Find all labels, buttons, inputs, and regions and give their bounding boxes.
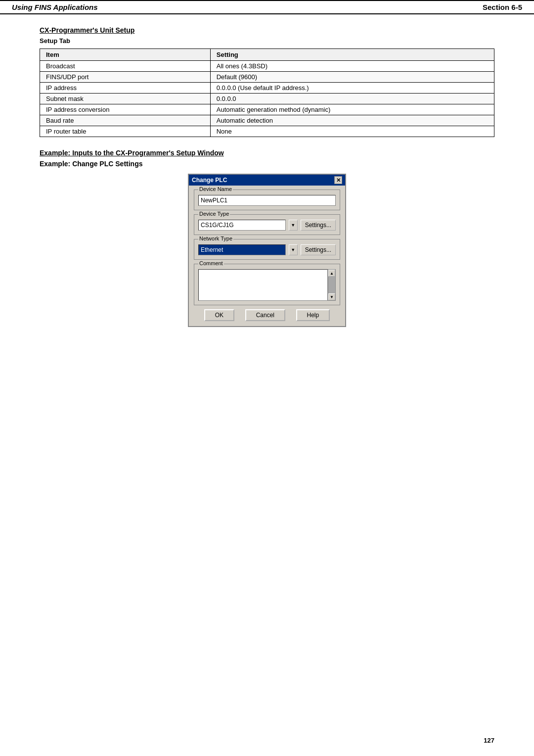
- table-row: BroadcastAll ones (4.3BSD): [40, 61, 494, 72]
- network-type-group: Network Type Ethernet ▼ Settings...: [194, 239, 340, 260]
- device-name-group: Device Name: [194, 189, 340, 210]
- scrollbar-track: [328, 277, 335, 293]
- table-cell-5-1: Automatic detection: [210, 115, 494, 126]
- ok-button[interactable]: OK: [204, 309, 234, 321]
- scrollbar-down-button[interactable]: ▼: [328, 293, 335, 300]
- dialog-body: Device Name Device Type ▼ Settings... Ne…: [189, 186, 345, 326]
- network-type-settings-button[interactable]: Settings...: [301, 244, 336, 255]
- table-cell-1-0: FINS/UDP port: [40, 72, 211, 83]
- table-cell-4-0: IP address conversion: [40, 104, 211, 115]
- col-header-0: Item: [40, 49, 211, 61]
- device-type-group: Device Type ▼ Settings...: [194, 214, 340, 235]
- dialog-wrapper: Change PLC ✕ Device Name Device Type ▼ S…: [40, 174, 494, 327]
- header-right: Section 6-5: [483, 3, 522, 11]
- table-cell-6-0: IP router table: [40, 126, 211, 137]
- device-name-input[interactable]: [198, 195, 336, 206]
- table-cell-3-1: 0.0.0.0: [210, 94, 494, 104]
- network-type-dropdown-icon[interactable]: ▼: [289, 244, 298, 255]
- network-type-row: Ethernet ▼ Settings...: [198, 244, 336, 255]
- dialog-title: Change PLC: [192, 177, 227, 184]
- comment-textarea-wrapper: ▲ ▼: [198, 269, 336, 301]
- comment-label: Comment: [198, 260, 224, 266]
- page-header: Using FINS Applications Section 6-5: [0, 0, 534, 14]
- table-cell-5-0: Baud rate: [40, 115, 211, 126]
- change-plc-dialog: Change PLC ✕ Device Name Device Type ▼ S…: [188, 174, 346, 327]
- table-cell-0-0: Broadcast: [40, 61, 211, 72]
- table-cell-2-1: 0.0.0.0 (Use default IP address.): [210, 83, 494, 94]
- main-content: CX-Programmer's Unit Setup Setup Tab Ite…: [0, 14, 534, 347]
- table-row: FINS/UDP portDefault (9600): [40, 72, 494, 83]
- table-row: IP address conversionAutomatic generatio…: [40, 104, 494, 115]
- table-cell-1-1: Default (9600): [210, 72, 494, 83]
- example-subheading: Example: Change PLC Settings: [40, 160, 494, 168]
- cancel-button[interactable]: Cancel: [245, 309, 285, 321]
- col-header-1: Setting: [210, 49, 494, 61]
- device-type-row: ▼ Settings...: [198, 220, 336, 231]
- table-row: IP address0.0.0.0 (Use default IP addres…: [40, 83, 494, 94]
- table-row: Baud rateAutomatic detection: [40, 115, 494, 126]
- comment-scrollbar: ▲ ▼: [328, 269, 336, 301]
- comment-group: Comment ▲ ▼: [194, 264, 340, 305]
- network-type-label: Network Type: [198, 236, 233, 241]
- example-heading: Example: Inputs to the CX-Programmer's S…: [40, 149, 494, 157]
- device-type-settings-button[interactable]: Settings...: [301, 220, 336, 231]
- help-button[interactable]: Help: [296, 309, 330, 321]
- device-type-input[interactable]: [198, 220, 286, 231]
- header-left: Using FINS Applications: [12, 3, 98, 11]
- table-row: IP router tableNone: [40, 126, 494, 137]
- scrollbar-up-button[interactable]: ▲: [328, 270, 335, 277]
- device-name-label: Device Name: [198, 186, 233, 192]
- section-title: CX-Programmer's Unit Setup: [40, 26, 494, 34]
- dialog-titlebar: Change PLC ✕: [189, 175, 345, 186]
- table-row: Subnet mask0.0.0.0: [40, 94, 494, 104]
- setup-table: ItemSetting BroadcastAll ones (4.3BSD)FI…: [40, 48, 494, 137]
- device-type-dropdown-icon[interactable]: ▼: [289, 220, 298, 231]
- table-cell-3-0: Subnet mask: [40, 94, 211, 104]
- comment-textarea[interactable]: [198, 269, 328, 301]
- table-cell-2-0: IP address: [40, 83, 211, 94]
- network-type-select[interactable]: Ethernet: [198, 244, 286, 255]
- subsection-title: Setup Tab: [40, 37, 494, 45]
- table-cell-6-1: None: [210, 126, 494, 137]
- table-cell-0-1: All ones (4.3BSD): [210, 61, 494, 72]
- dialog-close-button[interactable]: ✕: [334, 176, 342, 184]
- page-number: 127: [484, 737, 494, 744]
- device-type-label: Device Type: [198, 211, 230, 217]
- network-type-value: Ethernet: [201, 246, 223, 253]
- table-cell-4-1: Automatic generation method (dynamic): [210, 104, 494, 115]
- dialog-buttons: OK Cancel Help: [194, 309, 340, 321]
